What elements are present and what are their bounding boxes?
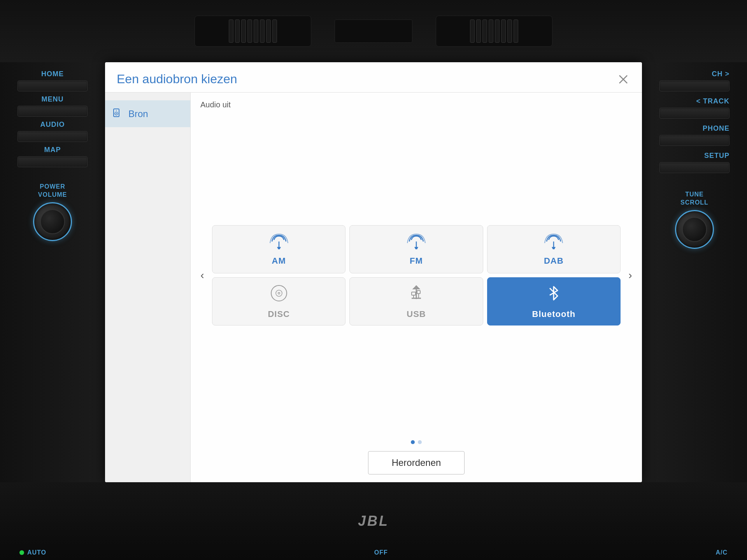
audio-button[interactable]: AUDIO [18, 121, 88, 142]
bron-item[interactable]: Bron [105, 100, 190, 127]
dialog-title: Een audiobron kiezen [117, 72, 237, 86]
left-panel: HOME MENU AUDIO MAP POWER VOLUME [0, 62, 105, 482]
bluetooth-tile[interactable]: Bluetooth [487, 277, 621, 326]
tune-scroll-area: TUNE SCROLL [675, 191, 714, 249]
bottom-status: AUTO OFF A/C [0, 549, 747, 556]
dab-radio-icon [544, 232, 563, 252]
audio-source-dialog: Een audiobron kiezen [105, 62, 642, 482]
setup-button[interactable]: SETUP [659, 152, 729, 173]
power-volume-area: POWER VOLUME [33, 183, 72, 241]
svg-point-15 [278, 292, 279, 294]
bron-icon [113, 107, 124, 120]
right-panel: CH > < TRACK PHONE SETUP TUNE SCROLL [642, 62, 747, 482]
svg-marker-7 [277, 247, 281, 249]
disc-tile[interactable]: DISC [212, 277, 345, 326]
dialog-header: Een audiobron kiezen [105, 62, 642, 93]
dab-tile[interactable]: DAB [487, 225, 621, 273]
next-page-arrow[interactable]: › [622, 268, 638, 283]
disc-icon [269, 284, 289, 305]
prev-page-arrow[interactable]: ‹ [195, 268, 210, 283]
menu-button[interactable]: MENU [18, 95, 88, 117]
bottom-bar: JBL AUTO OFF A/C [0, 482, 747, 560]
audio-source-area: Audio uit ‹ [191, 93, 642, 482]
usb-tile[interactable]: USB [349, 277, 483, 326]
am-tile[interactable]: AM [212, 225, 345, 273]
dialog-body: Bron Audio uit ‹ [105, 93, 642, 482]
usb-icon [409, 284, 424, 305]
tune-scroll-knob[interactable] [675, 210, 714, 249]
ch-button[interactable]: CH > [659, 70, 729, 91]
vent-right [436, 16, 552, 47]
usb-label: USB [407, 309, 426, 319]
disc-label: DISC [268, 309, 290, 319]
pagination-dots [191, 437, 642, 447]
audio-uit-label: Audio uit [191, 93, 642, 113]
track-button[interactable]: < TRACK [659, 97, 729, 119]
bluetooth-icon [546, 284, 561, 305]
page-dot-2[interactable] [418, 440, 422, 444]
source-grid-container: ‹ [191, 113, 642, 437]
top-vents [0, 0, 747, 62]
bluetooth-label: Bluetooth [532, 309, 576, 319]
svg-point-4 [116, 113, 117, 114]
herordenen-button[interactable]: Herordenen [368, 451, 465, 474]
svg-marker-11 [552, 247, 556, 249]
am-label: AM [272, 256, 286, 266]
auto-status: AUTO [19, 549, 46, 556]
svg-point-5 [116, 110, 117, 111]
ac-status: A/C [715, 549, 728, 556]
dab-label: DAB [544, 256, 564, 266]
off-status: OFF [374, 549, 388, 556]
herordenen-area: Herordenen [191, 447, 642, 482]
map-button[interactable]: MAP [18, 146, 88, 167]
home-button[interactable]: HOME [18, 70, 88, 91]
bron-label: Bron [128, 108, 148, 119]
svg-marker-9 [414, 247, 418, 249]
svg-rect-17 [412, 292, 416, 295]
source-grid: AM [212, 225, 621, 326]
auto-status-dot [19, 550, 24, 555]
top-center-control [335, 19, 412, 43]
fm-label: FM [410, 256, 423, 266]
am-radio-icon [269, 232, 289, 252]
vent-left [195, 16, 311, 47]
dialog-sidebar: Bron [105, 93, 191, 482]
page-dot-1[interactable] [411, 440, 415, 444]
fm-tile[interactable]: FM [349, 225, 483, 273]
phone-button[interactable]: PHONE [659, 124, 729, 146]
jbl-logo: JBL [358, 513, 389, 529]
svg-rect-18 [417, 290, 420, 294]
power-volume-knob[interactable] [33, 202, 72, 241]
close-button[interactable] [616, 72, 630, 86]
screen: Een audiobron kiezen [105, 62, 642, 482]
fm-radio-icon [407, 232, 426, 252]
